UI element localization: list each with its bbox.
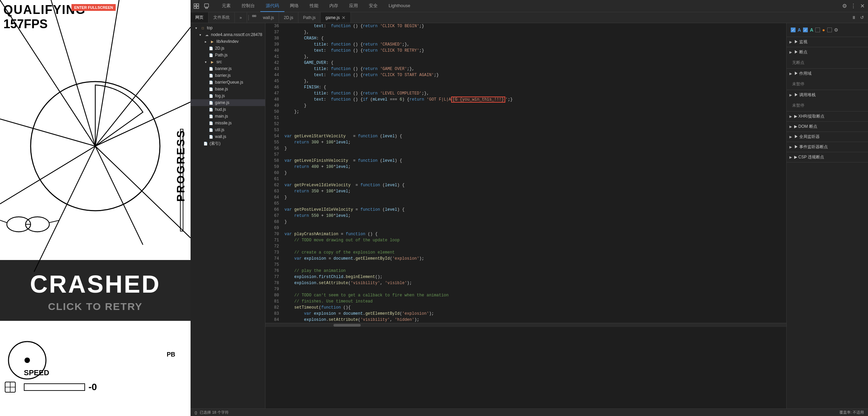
tree-base-label: base.js bbox=[215, 87, 228, 91]
speed-label: SPEED bbox=[24, 368, 97, 377]
tree-util-js[interactable]: 📄 util.js bbox=[191, 126, 265, 133]
svg-rect-25 bbox=[197, 6, 199, 8]
tab-elements[interactable]: 元素 bbox=[216, 0, 236, 12]
device-icon[interactable] bbox=[203, 3, 210, 9]
open-file-game[interactable]: game.js ✕ bbox=[321, 12, 351, 23]
more-icon[interactable]: ⋮ bbox=[850, 3, 856, 9]
code-line-41: 41 }, bbox=[265, 54, 786, 60]
code-editor[interactable]: 36 text: function () {return 'CLICK TO B… bbox=[265, 23, 786, 409]
tab-network[interactable]: 网络 bbox=[284, 0, 304, 12]
pause-button[interactable]: ⏸ bbox=[850, 14, 857, 21]
svg-line-1 bbox=[95, 27, 191, 146]
tree-missile-js[interactable]: 📄 missile.js bbox=[191, 120, 265, 126]
tab-application[interactable]: 应用 bbox=[344, 0, 363, 12]
expand-icon[interactable] bbox=[250, 15, 258, 20]
sub-tab-filesystem[interactable]: 文件系统 bbox=[209, 12, 235, 23]
crashed-title: CRASHED bbox=[7, 270, 184, 298]
csp-header[interactable]: ▶ ▶ CSP 违规断点 bbox=[787, 152, 868, 162]
tree-barrier-js[interactable]: 📄 barrier.js bbox=[191, 72, 265, 79]
tree-wall-js[interactable]: 📄 wall.js bbox=[191, 133, 265, 140]
open-file-path[interactable]: Path.js bbox=[298, 12, 321, 23]
svg-line-8 bbox=[95, 0, 119, 146]
tree-banner-js[interactable]: 📄 banner.js bbox=[191, 65, 265, 72]
code-line-71: 71 // TODO move drawing out of the updat… bbox=[265, 237, 786, 243]
tree-root-label: top bbox=[207, 25, 213, 30]
tree-root[interactable]: ▾ □ top bbox=[191, 24, 265, 31]
tree-index-file[interactable]: 📄 (索引) bbox=[191, 140, 265, 147]
tree-hud-label: hud.js bbox=[215, 107, 226, 112]
crashed-overlay[interactable]: CRASHED CLICK TO RETRY bbox=[0, 260, 191, 321]
open-file-2d[interactable]: 2D.js bbox=[279, 12, 298, 23]
tab-lighthouse[interactable]: Lighthouse bbox=[383, 0, 416, 12]
code-line-49: 49 } bbox=[265, 103, 786, 109]
event-header[interactable]: ▶ ▶ 事件监听器断点 bbox=[787, 142, 868, 152]
game-file-name: game.js bbox=[325, 15, 340, 20]
tab-sources[interactable]: 源代码 bbox=[260, 0, 284, 12]
horizontal-scrollbar[interactable] bbox=[265, 323, 786, 327]
code-line-43: 43 title: function () {return 'GAME OVER… bbox=[265, 66, 786, 72]
tree-fog-js[interactable]: 📄 fog.js bbox=[191, 92, 265, 99]
debugger-panel: ✓ A ✓ A ● ⚙ ▶ ▶ 监视 bbox=[786, 23, 868, 409]
tree-main-js[interactable]: 📄 main.js bbox=[191, 113, 265, 120]
tree-server[interactable]: ▾ ☁ node4.anna.nssctf.cn:28478 bbox=[191, 31, 265, 38]
tab-security[interactable]: 安全 bbox=[363, 0, 383, 12]
checkbox-a2[interactable]: ✓ bbox=[803, 28, 808, 32]
close-file-icon[interactable]: ✕ bbox=[342, 15, 346, 20]
code-line-74: 74 var explosion = document.getElementBy… bbox=[265, 256, 786, 262]
devtools-toolbar: 元素 控制台 源代码 网络 性能 内存 应用 安全 Lighthouse ⚙ ⋮… bbox=[191, 0, 868, 12]
tab-performance[interactable]: 性能 bbox=[304, 0, 324, 12]
tree-path-js[interactable]: 📄 Path.js bbox=[191, 52, 265, 58]
open-file-wall[interactable]: wall.js bbox=[258, 12, 279, 23]
enter-fullscreen-button[interactable]: ENTER FULLSCREEN bbox=[71, 4, 116, 11]
tree-barrierqueue-js[interactable]: 📄 barrierQueue.js bbox=[191, 79, 265, 86]
label-a2: A bbox=[810, 27, 813, 33]
tree-hud-js[interactable]: 📄 hud.js bbox=[191, 106, 265, 113]
tree-2d-js[interactable]: 📄 2D.js bbox=[191, 45, 265, 52]
checkbox-a1[interactable]: ✓ bbox=[791, 28, 796, 32]
csp-section: ▶ ▶ CSP 违规断点 bbox=[787, 152, 868, 162]
global-header[interactable]: ▶ ▶ 全局监听器 bbox=[787, 132, 868, 142]
settings-icon[interactable]: ⚙ bbox=[841, 3, 848, 9]
watch-section: ▶ ▶ 监视 bbox=[787, 37, 868, 47]
speed-section: SPEED -0 bbox=[3, 368, 97, 396]
checkbox-dot[interactable] bbox=[815, 28, 820, 32]
sub-tab-page[interactable]: 网页 bbox=[191, 12, 209, 23]
tree-base-js[interactable]: 📄 base.js bbox=[191, 86, 265, 92]
debug-controls: ⏸ ↺ bbox=[850, 14, 865, 21]
dom-header[interactable]: ▶ ▶ DOM 断点 bbox=[787, 122, 868, 132]
tree-game-js[interactable]: 📄 game.js bbox=[191, 99, 265, 106]
game-file-tab: game.js ✕ bbox=[325, 15, 346, 20]
close-icon[interactable]: ✕ bbox=[859, 3, 865, 9]
step-over-button[interactable]: ↺ bbox=[858, 14, 865, 21]
status-chars: 已选择 18 个字符 bbox=[200, 410, 228, 415]
no-breakpoints-label: 无断点 bbox=[792, 60, 804, 65]
tab-memory[interactable]: 内存 bbox=[324, 0, 344, 12]
code-line-76: 76 // play the animation bbox=[265, 268, 786, 274]
breakpoints-label: ▶ 断点 bbox=[794, 49, 807, 55]
code-line-44: 44 text: function () {return 'CLICK TO S… bbox=[265, 72, 786, 78]
scope-section: ▶ ▶ 作用域 未暂停 bbox=[787, 69, 868, 90]
tab-console[interactable]: 控制台 bbox=[236, 0, 260, 12]
scope-header[interactable]: ▶ ▶ 作用域 bbox=[787, 69, 868, 79]
breakpoints-header[interactable]: ▶ ▶ 断点 bbox=[787, 47, 868, 57]
code-line-59: 59 return 400 + 100*level; bbox=[265, 164, 786, 170]
code-line-51: 51 bbox=[265, 115, 786, 121]
code-line-38: 38 CRASH: { bbox=[265, 35, 786, 41]
code-line-66: 66 var getPostLevelIdleVelocity = functi… bbox=[265, 207, 786, 213]
callstack-label: ▶ 调用堆栈 bbox=[794, 92, 816, 98]
tree-barrierqueue-label: barrierQueue.js bbox=[215, 80, 243, 85]
watch-header[interactable]: ▶ ▶ 监视 bbox=[787, 37, 868, 47]
tree-lib-folder[interactable]: ▸ ▶ lib/kevlindev bbox=[191, 38, 265, 45]
scrollbar-thumb[interactable] bbox=[333, 324, 361, 327]
tree-src-folder[interactable]: ▾ ▶ src bbox=[191, 58, 265, 65]
inspect-icon[interactable] bbox=[193, 3, 199, 9]
sub-tab-more[interactable]: » bbox=[235, 12, 247, 23]
file-tree-sidebar: ▾ □ top ▾ ☁ node4.anna.nssctf.cn:28478 ▸… bbox=[191, 23, 265, 409]
tree-index-label: (索引) bbox=[210, 141, 220, 146]
xhr-header[interactable]: ▶ ▶ XHR/提取断点 bbox=[787, 111, 868, 121]
file-tabs-bar: 网页 文件系统 » wall.js 2D.js Path.js game.js … bbox=[191, 12, 868, 23]
checkbox-gear[interactable] bbox=[827, 28, 832, 32]
file-game-icon: 📄 bbox=[208, 100, 214, 105]
source-sub-tabs: 网页 文件系统 » bbox=[191, 12, 247, 23]
callstack-header[interactable]: ▶ ▶ 调用堆栈 bbox=[787, 90, 868, 100]
